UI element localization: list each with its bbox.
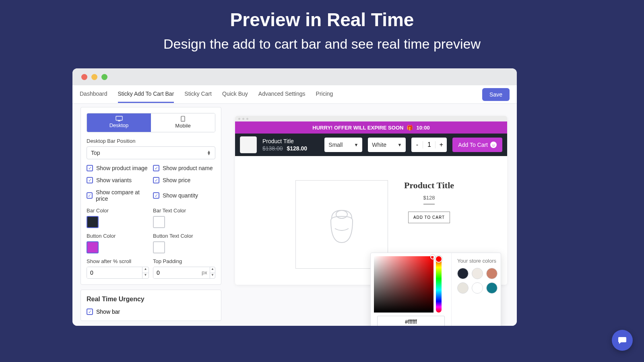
backpack-icon — [324, 204, 360, 245]
color-picker-popup: Your store colors — [370, 253, 501, 326]
checkbox-icon: ✓ — [87, 165, 93, 171]
scroll-input[interactable] — [87, 267, 142, 278]
check-show-compare[interactable]: ✓ Show compare at price — [87, 189, 149, 202]
nav-tabs: Dashboard Sticky Add To Cart Bar Sticky … — [80, 86, 333, 103]
button-text-color-swatch[interactable] — [153, 241, 165, 253]
qty-increment[interactable]: + — [436, 141, 447, 148]
cart-smile-icon: ☺ — [490, 142, 497, 148]
check-label: Show product name — [163, 165, 213, 171]
variant-color-select[interactable]: White ▼ — [368, 138, 406, 152]
window-close-dot[interactable] — [81, 74, 87, 80]
variant-size-value: Small — [328, 142, 343, 148]
store-swatch[interactable] — [486, 282, 497, 294]
tab-dashboard[interactable]: Dashboard — [80, 86, 107, 103]
svg-point-4 — [336, 210, 347, 218]
urgency-panel: Real Time Urgency ✓ Show bar — [80, 290, 221, 321]
scroll-spinner[interactable]: ▲▼ — [142, 267, 149, 278]
saturation-value-field[interactable] — [374, 256, 433, 313]
settings-panel: Desktop Mobile Desktop Bar Position Top … — [80, 107, 221, 285]
hero: Preview in Real Time Design the add to c… — [0, 0, 644, 52]
check-label: Show quantity — [163, 192, 198, 199]
check-label: Show bar — [96, 309, 120, 315]
page-add-to-cart-button[interactable]: ADD TO CART — [408, 212, 450, 223]
window-zoom-dot[interactable] — [101, 74, 107, 80]
bar-position-label: Desktop Bar Position — [87, 138, 215, 144]
device-tab-desktop[interactable]: Desktop — [87, 113, 151, 132]
product-title: Product Title — [262, 138, 307, 145]
store-colors-label: Your store colors — [457, 258, 497, 264]
store-swatch[interactable] — [457, 282, 469, 294]
app-navbar: Dashboard Sticky Add To Cart Bar Sticky … — [72, 85, 517, 104]
button-color-swatch[interactable] — [87, 241, 99, 253]
atc-label: Add To Cart — [458, 142, 488, 148]
checkbox-icon: ✓ — [87, 177, 93, 183]
add-to-cart-button[interactable]: Add To Cart ☺ — [452, 138, 502, 152]
checkbox-icon: ✓ — [153, 177, 159, 183]
mobile-icon — [181, 116, 185, 122]
device-tab-mobile[interactable]: Mobile — [151, 113, 215, 132]
hue-slider[interactable] — [436, 256, 442, 313]
padding-input[interactable] — [153, 267, 199, 278]
tab-advanced[interactable]: Advanced Settings — [258, 86, 305, 103]
tab-quick-buy[interactable]: Quick Buy — [222, 86, 248, 103]
device-tab-desktop-label: Desktop — [109, 122, 129, 128]
bar-text-color-swatch[interactable] — [153, 216, 165, 228]
check-show-variants[interactable]: ✓ Show variants — [87, 177, 149, 183]
check-show-price[interactable]: ✓ Show price — [153, 177, 215, 183]
bar-color-label: Bar Color — [87, 208, 149, 214]
checkbox-icon: ✓ — [153, 192, 159, 199]
variant-color-value: White — [372, 142, 386, 148]
urgency-title: Real Time Urgency — [87, 296, 215, 303]
store-swatch[interactable] — [472, 282, 483, 294]
window-minimize-dot[interactable] — [91, 74, 97, 80]
check-label: Show variants — [96, 177, 132, 183]
checkbox-grid: ✓ Show product image ✓ Show product name… — [87, 165, 215, 202]
bar-color-swatch[interactable] — [87, 216, 99, 228]
bar-text-color-label: Bar Text Color — [153, 208, 215, 214]
hex-input[interactable] — [377, 316, 445, 326]
checkbox-icon: ✓ — [87, 192, 93, 199]
check-show-name[interactable]: ✓ Show product name — [153, 165, 215, 171]
desktop-icon — [116, 116, 123, 121]
check-show-image[interactable]: ✓ Show product image — [87, 165, 149, 171]
store-swatch[interactable] — [457, 268, 469, 279]
sv-cursor[interactable] — [430, 255, 435, 259]
button-color-label: Button Color — [87, 233, 149, 239]
qty-decrement[interactable]: - — [411, 141, 423, 148]
check-label: Show price — [163, 177, 190, 183]
save-button[interactable]: Save — [482, 88, 510, 101]
hero-subtitle: Design the add to cart bar and see real … — [0, 36, 644, 52]
device-tabs: Desktop Mobile — [87, 113, 215, 132]
check-show-bar[interactable]: ✓ Show bar — [87, 309, 215, 315]
product-price: $128.00 — [287, 145, 308, 152]
tab-sticky-atc[interactable]: Sticky Add To Cart Bar — [118, 86, 174, 103]
bar-position-select[interactable]: Top ▲▼ — [87, 146, 215, 159]
device-tab-mobile-label: Mobile — [175, 123, 190, 129]
padding-unit: px — [199, 267, 210, 278]
preview-mini-titlebar — [235, 116, 507, 121]
tab-pricing[interactable]: Pricing — [316, 86, 333, 103]
check-show-qty[interactable]: ✓ Show quantity — [153, 189, 215, 202]
store-colors — [457, 268, 497, 294]
padding-input-wrap: px ▲▼ — [153, 267, 215, 279]
urgency-time: 10:00 — [416, 125, 429, 131]
page-product-title: Product Title — [404, 180, 454, 191]
store-swatch[interactable] — [486, 268, 497, 279]
urgency-bar: HURRY! OFFER WILL EXPIRE SOON 🎁 10:00 — [235, 121, 507, 134]
page-product-price: $128 — [404, 195, 454, 201]
check-label: Show product image — [96, 165, 148, 171]
app-body: Desktop Mobile Desktop Bar Position Top … — [72, 104, 517, 326]
compare-price: $138.00 — [262, 145, 283, 152]
select-arrows-icon: ▲▼ — [207, 150, 211, 155]
hero-title: Preview in Real Time — [0, 9, 644, 31]
price-divider — [423, 204, 435, 204]
scroll-input-wrap: ▲▼ — [87, 267, 149, 279]
check-label: Show compare at price — [96, 189, 149, 202]
padding-spinner[interactable]: ▲▼ — [210, 267, 215, 278]
urgency-text: HURRY! OFFER WILL EXPIRE SOON — [312, 125, 403, 131]
chat-launcher[interactable] — [612, 330, 633, 351]
tab-sticky-cart[interactable]: Sticky Cart — [184, 86, 212, 103]
hue-cursor[interactable] — [435, 255, 442, 263]
store-swatch[interactable] — [472, 268, 483, 279]
variant-size-select[interactable]: Small ▼ — [324, 138, 362, 152]
